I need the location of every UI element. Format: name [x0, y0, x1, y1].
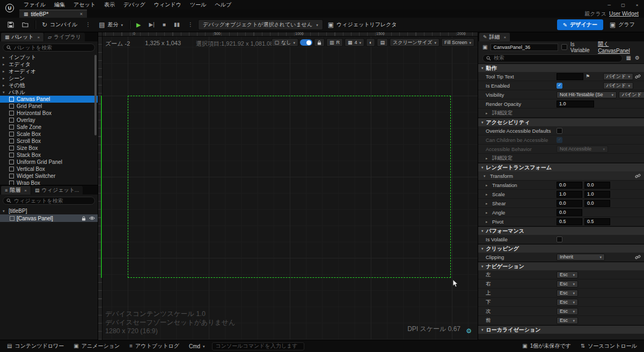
- clipping-dropdown[interactable]: Inherit▾: [557, 254, 605, 261]
- close-tab-icon[interactable]: ×: [504, 35, 507, 40]
- unreal-logo-icon[interactable]: U: [4, 2, 16, 15]
- minimize-button[interactable]: ─: [602, 0, 616, 10]
- menu-item[interactable]: 編集: [50, 0, 69, 10]
- visibility-dropdown[interactable]: Not Hit-Testable (Se▾: [557, 91, 617, 98]
- is-enabled-bind-dropdown[interactable]: バインド▾: [603, 82, 633, 89]
- can-children-accessible-checkbox[interactable]: ✓: [557, 137, 562, 143]
- tooltip-bind-dropdown[interactable]: バインド▾: [603, 73, 633, 80]
- lock-icon[interactable]: [82, 216, 86, 221]
- palette-category[interactable]: ▸ インプット: [0, 54, 98, 61]
- expander-icon[interactable]: ▾: [3, 209, 6, 213]
- lock-widgets-button[interactable]: [314, 38, 325, 47]
- tab-titlebp[interactable]: ▦ titleBP* ×: [19, 10, 87, 18]
- is-variable-checkbox[interactable]: [561, 44, 567, 50]
- tab-library[interactable]: ▱ ライブラリ: [44, 33, 85, 41]
- designer-mode-button[interactable]: ✎ デザイナー: [557, 19, 603, 30]
- palette-item[interactable]: Uniform Grid Panel: [0, 159, 98, 166]
- section-behavior[interactable]: ▾ 動作: [478, 63, 644, 72]
- menu-item[interactable]: アセット: [69, 0, 100, 10]
- palette-category[interactable]: ▸ オーディオ: [0, 68, 98, 75]
- localization-preview-button[interactable]: ◐: [366, 38, 375, 47]
- chain-link-icon[interactable]: [635, 254, 641, 260]
- navigation-rule-dropdown[interactable]: Esc▾: [557, 317, 578, 324]
- section-localization[interactable]: ▾ ローカライゼーション: [478, 325, 644, 334]
- palette-item[interactable]: Vertical Box: [0, 166, 98, 173]
- palette-item[interactable]: Overlay: [0, 117, 98, 124]
- stop-button[interactable]: ■: [159, 19, 169, 30]
- browse-asset-button[interactable]: [19, 19, 32, 30]
- close-tab-icon[interactable]: ×: [80, 11, 83, 17]
- details-search-input[interactable]: 検索: [482, 54, 623, 62]
- play-button[interactable]: ▶: [133, 19, 144, 30]
- dpi-settings-gear-icon[interactable]: ⚙: [466, 328, 472, 334]
- palette-item[interactable]: Safe Zone: [0, 124, 98, 131]
- tab-widgets[interactable]: ▤ ウィジェット...: [31, 186, 83, 195]
- details-settings-gear-icon[interactable]: ⚙: [635, 55, 640, 61]
- open-canvaspanel-link[interactable]: 開くCanvasPanel: [598, 40, 640, 54]
- preview-toggle[interactable]: [300, 39, 312, 46]
- scale-y-input[interactable]: 1.0: [584, 191, 610, 198]
- widget-reflector-button[interactable]: ▣ ウィジェットリフレクタ: [325, 19, 400, 30]
- palette-item[interactable]: Size Box: [0, 145, 98, 152]
- grid-snap-button[interactable]: ▦ 4 ▾: [345, 38, 364, 47]
- scale-x-input[interactable]: 1.0: [557, 191, 582, 198]
- section-navigation[interactable]: ▾ ナビゲーション: [478, 262, 644, 270]
- menu-item[interactable]: 表示: [100, 0, 119, 10]
- canvas-area[interactable]: [103, 37, 478, 340]
- close-tab-icon[interactable]: ×: [37, 35, 40, 40]
- translation-y-input[interactable]: 0.0: [584, 182, 610, 189]
- content-drawer-button[interactable]: ▤ コンテンツドロワー: [2, 340, 69, 352]
- menu-item[interactable]: ツール: [186, 0, 210, 10]
- section-accessibility[interactable]: ▾ アクセシビリティ: [478, 118, 644, 126]
- menu-item[interactable]: ウィンドウ: [150, 0, 186, 10]
- navigation-rule-dropdown[interactable]: Esc▾: [557, 271, 578, 278]
- accessible-behavior-dropdown[interactable]: Not Accessible▾: [557, 146, 608, 153]
- palette-search-input[interactable]: パレットを検索: [3, 44, 95, 52]
- unsaved-assets-button[interactable]: ▣ 1個が未保存です: [517, 342, 576, 350]
- visibility-eye-icon[interactable]: [89, 216, 95, 220]
- chain-link-icon[interactable]: [635, 74, 641, 80]
- resize-mode-button[interactable]: ▥ R: [326, 38, 343, 47]
- translation-x-input[interactable]: 0.0: [557, 182, 582, 189]
- tab-hierarchy[interactable]: ≡ 階層 ×: [1, 186, 31, 195]
- palette-category[interactable]: ▸ エディタ: [0, 61, 98, 68]
- palette-item[interactable]: Scroll Box: [0, 138, 98, 145]
- section-render-transform[interactable]: ▾ レンダートランスフォーム: [478, 163, 644, 171]
- animation-button[interactable]: ▣ アニメーション: [69, 340, 125, 352]
- palette-category[interactable]: ▸ シーン: [0, 75, 98, 82]
- row-behavior-advanced[interactable]: ▸詳細設定: [478, 109, 644, 118]
- play-options-button[interactable]: ⋮: [185, 19, 196, 30]
- palette-item[interactable]: Horizontal Box: [0, 110, 98, 117]
- angle-input[interactable]: 0.0: [557, 209, 582, 216]
- maximize-button[interactable]: ▢: [616, 0, 630, 10]
- menu-item[interactable]: ヘルプ: [210, 0, 236, 10]
- pivot-y-input[interactable]: 0.5: [584, 218, 610, 225]
- shear-y-input[interactable]: 0.0: [584, 200, 610, 207]
- tooltip-text-input[interactable]: [557, 73, 583, 80]
- display-filter-icon[interactable]: ▦: [626, 55, 631, 61]
- palette-item[interactable]: Widget Switcher: [0, 173, 98, 179]
- visibility-bind-dropdown[interactable]: バインド▾: [619, 91, 644, 98]
- close-button[interactable]: ×: [630, 0, 644, 10]
- section-clipping[interactable]: ▾ クリッピング: [478, 244, 644, 253]
- navigation-rule-dropdown[interactable]: Esc▾: [557, 290, 578, 297]
- pivot-x-input[interactable]: 0.5: [557, 218, 582, 225]
- compile-button[interactable]: ↻ コンパイル: [39, 19, 80, 30]
- palette-item[interactable]: Canvas Panel: [0, 96, 98, 103]
- widget-name-input[interactable]: CanvasPanel_36: [491, 44, 558, 51]
- resize-cursor[interactable]: [452, 279, 458, 288]
- render-opacity-input[interactable]: 1.0: [557, 100, 594, 107]
- graph-mode-button[interactable]: ▣ グラフ: [605, 19, 640, 30]
- row-transform-header[interactable]: ▾Transform: [478, 171, 644, 181]
- diff-dropdown[interactable]: ▤ 差分 ▾: [96, 19, 126, 30]
- row-accessibility-advanced[interactable]: ▸詳細設定: [478, 154, 644, 163]
- screen-size-dropdown[interactable]: スクリーンサイズ ▾: [390, 38, 440, 47]
- palette-category-panel[interactable]: ▾ パネル: [0, 89, 98, 96]
- fill-screen-dropdown[interactable]: Fill Screen ▾: [441, 38, 474, 47]
- compile-options-button[interactable]: ⋮: [82, 19, 94, 30]
- parent-class-link[interactable]: User Widget: [609, 11, 639, 17]
- override-accessible-checkbox[interactable]: [557, 128, 562, 134]
- tab-details[interactable]: ✎ 詳細 ×: [479, 33, 510, 41]
- designer-viewport[interactable]: 0500100015002000 ズーム -2 1,325 x 1,043 選択…: [98, 32, 478, 340]
- flow-direction-button[interactable]: ▤: [377, 38, 388, 47]
